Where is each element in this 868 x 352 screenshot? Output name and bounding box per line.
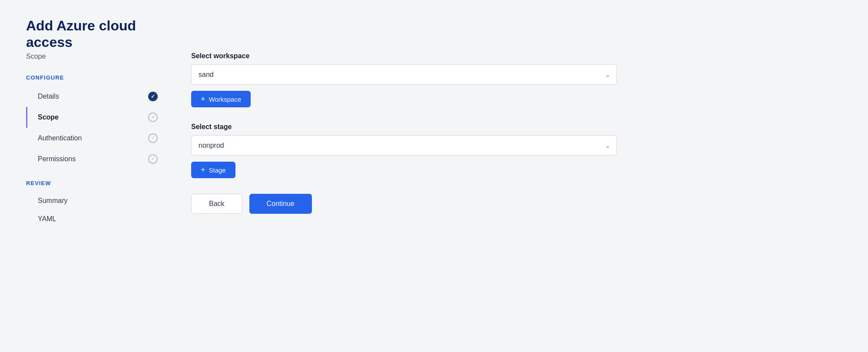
sidebar-item-scope-label: Scope [38, 113, 148, 121]
continue-button[interactable]: Continue [249, 194, 312, 214]
details-check-icon [148, 91, 158, 102]
action-buttons: Back Continue [191, 194, 842, 214]
main-content: Select workspace sand ⌄ + Workspace Sele… [191, 17, 842, 239]
check-filled-icon [148, 92, 158, 101]
plus-icon: + [201, 95, 205, 103]
sidebar-item-yaml[interactable]: YAML [26, 210, 165, 228]
add-stage-label: Stage [209, 166, 226, 174]
sidebar-item-permissions[interactable]: Permissions [26, 149, 165, 169]
page-title: Add Azure cloud access [26, 17, 165, 51]
back-button[interactable]: Back [191, 194, 242, 214]
add-stage-button[interactable]: + Stage [191, 162, 235, 178]
sidebar-item-scope[interactable]: Scope [26, 107, 165, 128]
sidebar-item-permissions-label: Permissions [38, 155, 148, 163]
sidebar-item-details-label: Details [38, 93, 148, 100]
sidebar-item-details[interactable]: Details [26, 86, 165, 107]
review-section: REVIEW Summary YAML [26, 180, 165, 228]
stage-select-wrapper: nonprod ⌄ [191, 135, 617, 156]
sidebar-item-summary[interactable]: Summary [26, 192, 165, 210]
add-workspace-button[interactable]: + Workspace [191, 91, 251, 107]
check-outline-icon-3 [148, 154, 158, 164]
workspace-label: Select workspace [191, 52, 842, 60]
sidebar-item-authentication[interactable]: Authentication [26, 128, 165, 149]
check-outline-icon-2 [148, 133, 158, 143]
page-subtitle: Scope [26, 53, 165, 60]
check-outline-icon [148, 113, 158, 122]
stage-select[interactable]: nonprod [192, 136, 616, 155]
sidebar-item-summary-label: Summary [38, 197, 158, 205]
sidebar-item-yaml-label: YAML [38, 215, 158, 223]
add-workspace-label: Workspace [209, 96, 242, 103]
workspace-select-wrapper: sand ⌄ [191, 64, 617, 85]
plus-icon-2: + [201, 166, 205, 174]
stage-section: Select stage nonprod ⌄ + Stage [191, 123, 842, 178]
permissions-check-icon [148, 154, 158, 164]
workspace-section: Select workspace sand ⌄ + Workspace [191, 52, 842, 107]
sidebar: Add Azure cloud access Scope CONFIGURE D… [26, 17, 165, 239]
configure-label: CONFIGURE [26, 74, 165, 81]
configure-section: CONFIGURE Details Scope Authentication [26, 74, 165, 169]
authentication-check-icon [148, 133, 158, 143]
review-label: REVIEW [26, 180, 165, 186]
sidebar-item-authentication-label: Authentication [38, 134, 148, 142]
workspace-select[interactable]: sand [192, 65, 616, 84]
scope-check-icon [148, 112, 158, 123]
stage-label: Select stage [191, 123, 842, 131]
